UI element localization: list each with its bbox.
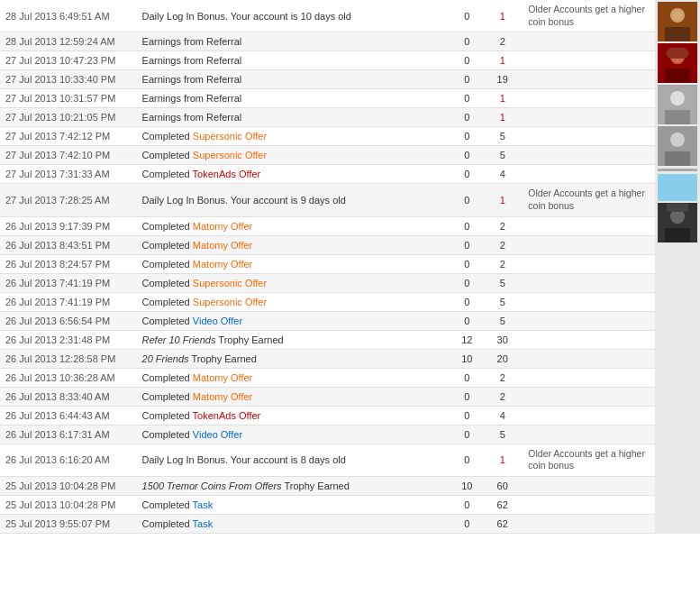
row-bonus bbox=[523, 425, 655, 444]
row-points: 0 bbox=[451, 70, 482, 89]
row-points: 0 bbox=[451, 89, 482, 108]
main-container: 28 Jul 2013 6:49:51 AMDaily Log In Bonus… bbox=[0, 0, 700, 534]
row-coins: 1 bbox=[482, 51, 523, 70]
sidebar-blue-box[interactable] bbox=[658, 174, 697, 201]
row-points: 10 bbox=[451, 349, 482, 368]
row-bonus: Older Accounts get a higher coin bonus bbox=[523, 444, 655, 476]
row-points: 0 bbox=[451, 165, 482, 184]
row-date: 26 Jul 2013 12:28:58 PM bbox=[0, 349, 137, 368]
row-desc-prefix: Completed bbox=[142, 297, 193, 307]
row-points: 0 bbox=[451, 406, 482, 425]
row-coins: 5 bbox=[482, 127, 523, 146]
row-date: 26 Jul 2013 8:33:40 AM bbox=[0, 387, 137, 406]
table-row: 26 Jul 2013 7:41:19 PMCompleted Superson… bbox=[0, 292, 655, 311]
row-bonus bbox=[523, 387, 655, 406]
row-points: 0 bbox=[451, 184, 482, 216]
row-desc-suffix: Trophy Earned bbox=[282, 480, 350, 491]
table-row: 27 Jul 2013 10:47:23 PMEarnings from Ref… bbox=[0, 51, 655, 70]
table-row: 26 Jul 2013 6:17:31 AMCompleted Video Of… bbox=[0, 425, 655, 444]
row-desc-prefix: Completed bbox=[142, 221, 193, 232]
row-desc-prefix: Completed bbox=[142, 278, 193, 288]
row-desc-prefix: Completed bbox=[142, 518, 193, 529]
row-desc-highlight: Task bbox=[193, 499, 214, 510]
row-description: Completed Matomy Offer bbox=[137, 235, 452, 254]
table-row: 27 Jul 2013 7:42:12 PMCompleted Superson… bbox=[0, 127, 655, 146]
row-bonus bbox=[523, 70, 655, 89]
row-points: 0 bbox=[451, 425, 482, 444]
row-date: 26 Jul 2013 2:31:48 PM bbox=[0, 330, 137, 349]
table-row: 26 Jul 2013 6:44:43 AMCompleted TokenAds… bbox=[0, 406, 655, 425]
table-row: 26 Jul 2013 7:41:19 PMCompleted Superson… bbox=[0, 273, 655, 292]
row-date: 27 Jul 2013 7:31:33 AM bbox=[0, 165, 137, 184]
row-desc-highlight: Supersonic Offer bbox=[193, 131, 267, 142]
row-bonus bbox=[523, 406, 655, 425]
row-bonus bbox=[523, 216, 655, 235]
row-bonus bbox=[523, 273, 655, 292]
table-row: 27 Jul 2013 7:28:25 AMDaily Log In Bonus… bbox=[0, 184, 655, 216]
row-desc-highlight: Supersonic Offer bbox=[193, 150, 267, 160]
row-coins: 62 bbox=[482, 495, 523, 514]
row-coins: 2 bbox=[482, 216, 523, 235]
row-coins: 20 bbox=[482, 349, 523, 368]
svg-rect-2 bbox=[665, 27, 690, 41]
row-coins: 62 bbox=[482, 514, 523, 533]
row-coins: 1 bbox=[482, 444, 523, 476]
row-coins: 2 bbox=[482, 235, 523, 254]
row-date: 27 Jul 2013 10:31:57 PM bbox=[0, 89, 137, 108]
row-description: Completed Supersonic Offer bbox=[137, 292, 452, 311]
row-points: 0 bbox=[451, 146, 482, 165]
row-description: Completed Matomy Offer bbox=[137, 216, 452, 235]
row-points: 0 bbox=[451, 273, 482, 292]
row-bonus bbox=[523, 368, 655, 387]
table-row: 25 Jul 2013 10:04:28 PMCompleted Task062 bbox=[0, 495, 655, 514]
sidebar-avatar-2[interactable] bbox=[658, 43, 697, 83]
row-desc-prefix: Completed bbox=[142, 429, 193, 440]
row-description: 1500 Tremor Coins From Offers Trophy Ear… bbox=[137, 476, 452, 495]
row-coins: 1 bbox=[482, 184, 523, 216]
row-desc-prefix: Completed bbox=[142, 372, 193, 383]
row-points: 0 bbox=[451, 495, 482, 514]
row-desc-prefix: Completed bbox=[142, 150, 193, 160]
row-points: 0 bbox=[451, 235, 482, 254]
row-desc-highlight: Supersonic Offer bbox=[193, 297, 267, 307]
row-date: 27 Jul 2013 10:47:23 PM bbox=[0, 51, 137, 70]
row-desc-prefix: Completed bbox=[142, 259, 193, 270]
row-bonus bbox=[523, 311, 655, 330]
row-coins: 5 bbox=[482, 425, 523, 444]
row-description: 20 Friends Trophy Earned bbox=[137, 349, 452, 368]
row-bonus bbox=[523, 51, 655, 70]
row-desc-highlight: TokenAds Offer bbox=[193, 169, 261, 179]
row-description: Completed TokenAds Offer bbox=[137, 406, 452, 425]
table-row: 26 Jul 2013 6:56:54 PMCompleted Video Of… bbox=[0, 311, 655, 330]
row-coins: 2 bbox=[482, 387, 523, 406]
table-row: 27 Jul 2013 10:33:40 PMEarnings from Ref… bbox=[0, 70, 655, 89]
row-points: 0 bbox=[451, 292, 482, 311]
row-desc-highlight: Video Offer bbox=[193, 316, 242, 326]
sidebar-avatar-1[interactable] bbox=[658, 2, 697, 41]
row-date: 27 Jul 2013 7:42:10 PM bbox=[0, 146, 137, 165]
row-description: Completed Video Offer bbox=[137, 311, 452, 330]
row-points: 0 bbox=[451, 0, 482, 32]
row-points: 0 bbox=[451, 311, 482, 330]
row-desc-italic: 1500 Tremor Coins From Offers bbox=[142, 480, 282, 491]
row-coins: 2 bbox=[482, 254, 523, 273]
row-desc-italic: Refer 10 Friends bbox=[142, 334, 216, 345]
row-description: Completed Task bbox=[137, 514, 452, 533]
row-description: Completed Matomy Offer bbox=[137, 254, 452, 273]
activity-table: 28 Jul 2013 6:49:51 AMDaily Log In Bonus… bbox=[0, 0, 655, 534]
sidebar-avatar-4[interactable] bbox=[658, 126, 697, 166]
row-desc-prefix: Completed bbox=[142, 131, 193, 142]
row-description: Completed Matomy Offer bbox=[137, 387, 452, 406]
sidebar-avatar-3[interactable] bbox=[658, 85, 697, 124]
row-desc-highlight: Video Offer bbox=[193, 429, 242, 440]
row-date: 26 Jul 2013 7:41:19 PM bbox=[0, 273, 137, 292]
sidebar-avatar-5[interactable] bbox=[658, 203, 697, 242]
row-description: Completed Supersonic Offer bbox=[137, 146, 452, 165]
row-coins: 60 bbox=[482, 476, 523, 495]
row-desc-prefix: Completed bbox=[142, 499, 193, 510]
row-date: 26 Jul 2013 9:17:39 PM bbox=[0, 216, 137, 235]
row-description: Earnings from Referral bbox=[137, 32, 452, 51]
row-bonus bbox=[523, 146, 655, 165]
table-row: 26 Jul 2013 10:36:28 AMCompleted Matomy … bbox=[0, 368, 655, 387]
row-coins: 5 bbox=[482, 292, 523, 311]
